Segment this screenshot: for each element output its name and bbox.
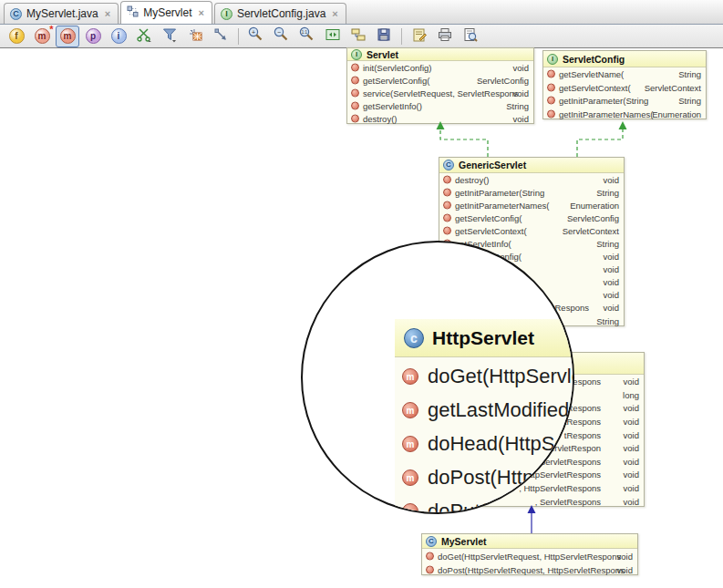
method-icon — [351, 115, 359, 123]
show-inner-classes-button[interactable]: i — [107, 26, 130, 47]
method-signature: destroy() — [363, 114, 397, 124]
return-type: void — [513, 114, 529, 124]
method-icon — [547, 97, 555, 105]
preview-button[interactable] — [459, 26, 482, 47]
class-icon: C — [10, 8, 22, 20]
return-type: long — [623, 389, 639, 399]
class-node-servlet[interactable]: IServletinit(ServletConfig)voidgetServle… — [346, 47, 534, 124]
close-icon[interactable]: × — [332, 8, 337, 19]
class-icon: C — [426, 536, 437, 547]
method-signature: doHead(HttpSer — [428, 432, 573, 456]
edge-filter-icon — [161, 26, 178, 46]
lens-class-name: HttpServlet — [432, 327, 534, 349]
method-icon — [443, 189, 451, 197]
return-type: void — [624, 403, 639, 413]
edge-cutter-button[interactable] — [132, 26, 156, 47]
return-type: void — [513, 88, 529, 98]
class-node-servletconfig[interactable]: IServletConfiggetServletName(StringgetSe… — [542, 50, 707, 119]
method-row: getServletInfo()String — [347, 99, 533, 112]
export-to-image-button[interactable] — [408, 26, 431, 47]
generic-implements-servlet-edge — [440, 129, 488, 157]
zoom-in-button[interactable]: + — [244, 26, 268, 47]
tab-myservlet[interactable]: MyServlet× — [120, 1, 212, 24]
class-header: IServlet — [347, 48, 533, 61]
return-type: void — [624, 496, 639, 506]
magic-zoom-region-icon — [187, 26, 203, 46]
class-name: GenericServlet — [459, 160, 526, 170]
show-fields-button[interactable]: f — [5, 26, 28, 47]
drag-to-node-button[interactable] — [209, 26, 232, 47]
return-type: String — [678, 69, 701, 79]
diagram-icon — [127, 5, 139, 20]
save-diagram-button[interactable] — [372, 26, 396, 47]
generic-implements-servletconfig-arrowhead — [619, 121, 627, 129]
method-row: getInitParameterNames(Enumeration — [543, 108, 706, 121]
magnifier-lens: cHttpServletmdoGet(HttpServlemgetLastMod… — [301, 241, 574, 514]
edge-filter-button[interactable] — [158, 26, 181, 47]
apply-layout-button[interactable] — [346, 26, 370, 47]
method-signature: getInitParameter(String — [455, 188, 544, 198]
method-signature: getServletConfig( — [455, 213, 522, 223]
show-properties-icon: p — [86, 28, 101, 44]
method-icon — [547, 70, 555, 78]
svg-text:+: + — [252, 28, 255, 35]
method-icon — [351, 77, 359, 85]
return-type: ServletContext — [563, 226, 619, 236]
actual-size-icon: 1:1 — [299, 26, 315, 46]
method-icon — [443, 214, 451, 222]
return-type: void — [624, 429, 639, 439]
method-icon — [547, 109, 555, 118]
lens-method-row: mgetLastModified( — [402, 398, 574, 422]
method-row: doGet(HttpServletRequest, HttpServletRes… — [422, 549, 637, 562]
interface-icon: I — [351, 49, 362, 60]
class-name: MyServlet — [441, 536, 487, 547]
close-icon[interactable]: × — [105, 8, 110, 19]
method-signature: doGet(HttpServletRequest, HttpServletRes… — [438, 551, 621, 561]
show-constructors-icon: m* — [35, 28, 50, 44]
show-properties-button[interactable]: p — [81, 26, 105, 47]
class-name: ServletConfig — [563, 54, 625, 65]
zoom-out-button[interactable]: − — [270, 26, 294, 47]
method-icon: m — [402, 368, 418, 385]
apply-layout-icon — [350, 26, 367, 46]
method-row: getServletContext(ServletContext — [439, 224, 624, 237]
method-icon: m — [402, 503, 418, 514]
class-header: CGenericServlet — [439, 158, 624, 173]
return-type: void — [624, 469, 639, 480]
class-node-myservlet[interactable]: CMyServletdoGet(HttpServletRequest, Http… — [421, 533, 638, 575]
tab-servletconfig-java[interactable]: IServletConfig.java× — [214, 3, 346, 24]
magic-zoom-region-button[interactable] — [183, 26, 207, 47]
interface-icon: I — [221, 8, 232, 20]
lens-method-row: mdoGet(HttpServle — [402, 365, 574, 388]
method-row: getInitParameter(StringString — [543, 94, 706, 108]
tab-myservlet-java[interactable]: CMyServlet.java× — [4, 3, 119, 24]
print-diagram-button[interactable] — [433, 26, 457, 47]
show-constructors-button[interactable]: m* — [30, 26, 54, 47]
method-row: destroy()void — [347, 112, 533, 125]
method-signature: doGet(HttpServle — [428, 365, 574, 388]
show-inner-classes-icon: i — [111, 28, 127, 44]
diagram-canvas[interactable]: IServletinit(ServletConfig)voidgetServle… — [0, 48, 723, 588]
return-type: void — [624, 483, 639, 493]
show-methods-button[interactable]: m — [56, 26, 79, 47]
return-type: void — [617, 551, 633, 561]
method-icon: m — [402, 469, 418, 486]
method-icon — [547, 83, 555, 91]
return-type: void — [617, 564, 633, 574]
class-header: IServletConfig — [543, 51, 706, 67]
method-signature: tRespons — [564, 429, 601, 439]
close-icon[interactable]: × — [198, 7, 203, 18]
toolbar-separator — [238, 28, 239, 45]
actual-size-button[interactable]: 1:1 — [295, 26, 319, 47]
method-icon — [351, 64, 359, 72]
return-type: void — [604, 277, 619, 287]
method-signature: destroy() — [455, 175, 489, 185]
method-signature: tRespons — [564, 417, 601, 427]
tab-label: ServletConfig.java — [237, 7, 325, 20]
svg-text:1:1: 1:1 — [302, 30, 308, 35]
fit-content-button[interactable] — [321, 26, 345, 47]
zoom-in-icon: + — [248, 26, 264, 46]
method-row: getServletContext(ServletContext — [543, 81, 706, 95]
method-icon — [351, 89, 359, 98]
return-type: void — [604, 303, 619, 313]
